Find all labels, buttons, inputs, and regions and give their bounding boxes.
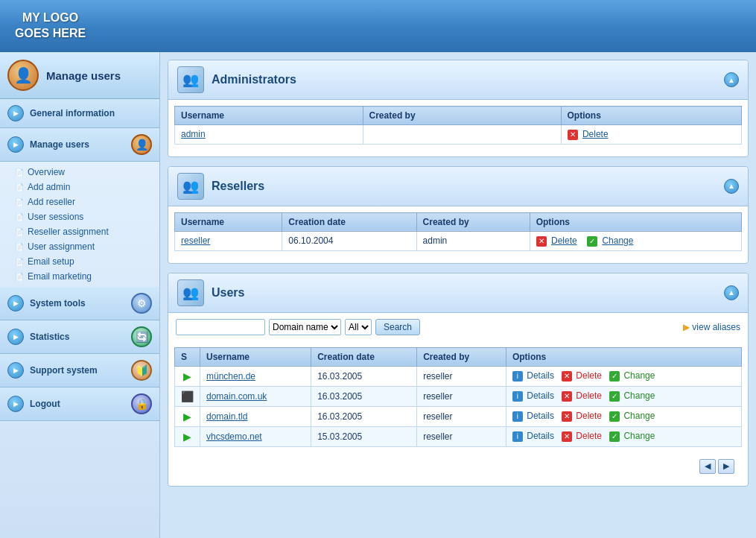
row-status: ▶ — [175, 366, 200, 386]
sidebar-section-label: Support system — [30, 365, 98, 376]
support-icon: ▶ — [7, 362, 24, 379]
sidebar-link-user-sessions[interactable]: User sessions — [0, 209, 159, 224]
prev-page-button[interactable]: ◀ — [699, 459, 716, 474]
user-delete-button[interactable]: Delete — [576, 431, 602, 441]
user-change-button[interactable]: Change — [623, 370, 655, 381]
col-header-username: Username — [175, 107, 363, 125]
filter-select[interactable]: All — [345, 319, 372, 335]
change-icon: ✓ — [609, 391, 620, 402]
table-row: admin ✕ Delete — [175, 125, 742, 145]
user-delete-button[interactable]: Delete — [576, 390, 602, 401]
users-panel-title: Users — [212, 286, 244, 300]
table-row: ▶ vhcsdemo.net 15.03.2005 reseller i Det… — [175, 426, 742, 446]
admin-delete-button[interactable]: Delete — [582, 129, 609, 139]
sidebar-item-manage-users[interactable]: ▶ Manage users 👤 — [0, 128, 159, 162]
col-header-created-by: Created by — [417, 347, 506, 366]
users-panel-icon: 👥 — [177, 279, 204, 306]
administrators-panel-title: Administrators — [212, 73, 296, 86]
reseller-username-link[interactable]: reseller — [181, 235, 210, 246]
users-title-area: 👥 Users — [177, 279, 244, 306]
reseller-creation-date: 06.10.2004 — [282, 231, 416, 250]
user-details-button[interactable]: Details — [527, 370, 554, 381]
user-delete-button[interactable]: Delete — [576, 370, 602, 381]
domain-name-select[interactable]: Domain name — [269, 319, 341, 335]
user-username-link[interactable]: domain.com.uk — [206, 391, 267, 402]
user-options: i Details ✕ Delete ✓ Change — [506, 386, 741, 406]
users-collapse-button[interactable]: ▲ — [724, 285, 739, 300]
user-options: i Details ✕ Delete ✓ Change — [506, 366, 741, 386]
sidebar-item-general-information[interactable]: ▶ General information — [0, 99, 159, 128]
administrators-collapse-button[interactable]: ▲ — [724, 72, 739, 87]
col-header-s: S — [175, 347, 200, 366]
user-options: i Details ✕ Delete ✓ Change — [506, 406, 741, 426]
sidebar-item-logout[interactable]: ▶ Logout 🔒 — [0, 387, 159, 421]
sidebar-manage-users-header: 👤 Manage users — [0, 52, 159, 99]
user-change-button[interactable]: Change — [623, 411, 655, 421]
users-pagination: ◀ ▶ — [174, 453, 742, 480]
system-tools-badge-icon: ⚙ — [131, 293, 152, 314]
reseller-delete-button[interactable]: Delete — [551, 235, 577, 246]
search-input[interactable] — [176, 319, 265, 335]
reseller-change-button[interactable]: Change — [602, 235, 633, 246]
user-details-button[interactable]: Details — [527, 431, 554, 441]
next-page-button[interactable]: ▶ — [718, 459, 734, 474]
col-header-options: Options — [506, 347, 741, 366]
administrators-table: Username Created by Options admin ✕ Dele… — [174, 106, 742, 145]
user-details-button[interactable]: Details — [527, 390, 554, 401]
user-details-button[interactable]: Details — [527, 411, 554, 421]
user-change-button[interactable]: Change — [623, 390, 655, 401]
sidebar-item-support-system[interactable]: ▶ Support system 🔰 — [0, 354, 159, 387]
manage-users-icon: ▶ — [7, 136, 24, 153]
sidebar: 👤 Manage users ▶ General information ▶ M… — [0, 52, 160, 538]
general-info-icon: ▶ — [7, 105, 24, 121]
sidebar-link-reseller-assignment[interactable]: Reseller assignment — [0, 224, 159, 239]
change-icon: ✓ — [609, 411, 620, 422]
user-created-by: reseller — [417, 386, 506, 406]
status-green-icon: ▶ — [183, 431, 191, 443]
sidebar-link-email-marketing[interactable]: Email marketing — [0, 269, 159, 284]
support-badge-icon: 🔰 — [131, 360, 152, 381]
user-change-button[interactable]: Change — [623, 431, 655, 441]
table-row: reseller 06.10.2004 admin ✕ Delete ✓ Cha… — [175, 231, 742, 250]
app-header: MY LOGO GOES HERE — [0, 0, 756, 52]
admin-username-link[interactable]: admin — [181, 129, 206, 139]
table-row: ▶ domain.tld 16.03.2005 reseller i Detai… — [175, 406, 742, 426]
user-username-link[interactable]: domain.tld — [206, 411, 247, 422]
row-status: ▶ — [175, 426, 200, 446]
table-row: ⬛ domain.com.uk 16.03.2005 reseller i De… — [175, 386, 742, 406]
user-delete-button[interactable]: Delete — [576, 411, 602, 421]
sidebar-link-email-setup[interactable]: Email setup — [0, 254, 159, 269]
sidebar-link-user-assignment[interactable]: User assignment — [0, 239, 159, 254]
manage-users-submenu: Overview Add admin Add reseller User ses… — [0, 162, 159, 287]
sidebar-link-add-admin[interactable]: Add admin — [0, 180, 159, 194]
administrators-panel: 👥 Administrators ▲ Username Created by O… — [168, 60, 749, 157]
user-created-by: reseller — [417, 406, 506, 426]
resellers-panel-title: Resellers — [212, 180, 264, 193]
view-aliases-link[interactable]: view aliases — [683, 322, 740, 332]
user-creation-date: 16.03.2005 — [311, 386, 417, 406]
sidebar-link-overview[interactable]: Overview — [0, 165, 159, 180]
sidebar-link-add-reseller[interactable]: Add reseller — [0, 194, 159, 209]
manage-users-avatar-icon: 👤 — [131, 134, 152, 155]
details-icon: i — [512, 371, 523, 382]
details-icon: i — [512, 431, 523, 442]
change-icon: ✓ — [587, 236, 597, 247]
administrators-title-area: 👥 Administrators — [177, 66, 296, 93]
table-row: ▶ münchen.de 16.03.2005 reseller i Detai… — [175, 366, 742, 386]
sidebar-item-statistics[interactable]: ▶ Statistics 🔄 — [0, 320, 159, 354]
col-header-username: Username — [200, 347, 311, 366]
reseller-created-by: admin — [416, 231, 530, 250]
sidebar-item-system-tools[interactable]: ▶ System tools ⚙ — [0, 287, 159, 320]
resellers-table: Username Creation date Created by Option… — [174, 212, 742, 251]
delete-icon: ✕ — [562, 371, 572, 382]
system-tools-icon: ▶ — [7, 295, 24, 311]
user-username-link[interactable]: münchen.de — [206, 371, 255, 382]
change-icon: ✓ — [609, 371, 620, 382]
resellers-panel-header: 👥 Resellers ▲ — [168, 167, 748, 206]
col-header-creation-date: Creation date — [311, 347, 417, 366]
user-username-link[interactable]: vhcsdemo.net — [206, 431, 262, 442]
sidebar-section-label: System tools — [30, 298, 86, 308]
delete-icon: ✕ — [562, 431, 572, 442]
resellers-collapse-button[interactable]: ▲ — [724, 179, 739, 194]
search-button[interactable]: Search — [375, 319, 420, 335]
